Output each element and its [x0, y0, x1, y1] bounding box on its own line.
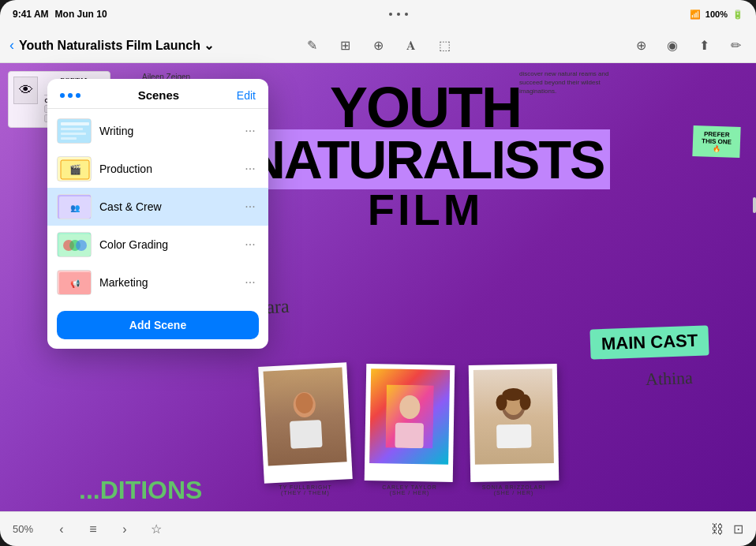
eye-icon: 👁	[13, 77, 38, 104]
collaboration-icon[interactable]: ⊕	[630, 35, 652, 57]
polaroid-3	[469, 364, 560, 482]
media-icon[interactable]: ⬚	[433, 35, 455, 57]
toolbar-left: ‹ Youth Naturalists Film Launch ⌄	[9, 37, 294, 54]
scene-thumb-writing	[57, 118, 92, 144]
top-toolbar: ‹ Youth Naturalists Film Launch ⌄ ✎ ⊞ ⊕ …	[0, 28, 756, 63]
bottom-right-icons: ⛓ ⊡	[711, 522, 743, 537]
title-naturalists-wrapper: ✿ NATURALISTS	[241, 136, 611, 184]
svg-text:📢: 📢	[70, 279, 80, 289]
scene-more-cast[interactable]: ···	[241, 198, 259, 215]
scenes-dots-icon[interactable]	[60, 93, 80, 98]
back-button[interactable]: ‹	[9, 37, 14, 54]
zoom-level[interactable]: 50%	[13, 523, 41, 535]
scene-item-marketing[interactable]: 📢 Marketing ···	[47, 264, 268, 301]
scene-label-color: Color Grading	[99, 238, 234, 251]
scene-item-writing[interactable]: Writing ···	[47, 112, 268, 150]
person-icon[interactable]: ◉	[661, 35, 683, 57]
status-right: 📶 100% 🔋	[690, 9, 743, 20]
cast-member-1: TY FULLBRIGHT (THEY / THEM)	[261, 365, 350, 496]
scene-thumb-cast: 👥	[57, 194, 92, 219]
svg-point-27	[76, 240, 87, 251]
cast-name-1: TY FULLBRIGHT (THEY / THEM)	[279, 484, 331, 496]
cast-member-2: CARLEY TAYLOR (SHE / HER)	[365, 365, 454, 496]
slide-edge-indicator	[753, 197, 756, 213]
svg-rect-5	[395, 423, 424, 449]
grid-view-icon[interactable]: ⊡	[733, 522, 743, 537]
main-area: Aileen Zeigen discover new natural reams…	[0, 63, 756, 511]
battery-icon: 🔋	[732, 9, 743, 20]
person2-photo	[369, 368, 450, 465]
scenes-header: Scenes Edit	[47, 79, 268, 109]
layout-icon[interactable]: ⊞	[334, 35, 356, 57]
svg-rect-14	[61, 128, 83, 130]
scene-label-production: Production	[99, 163, 234, 175]
scene-label-marketing: Marketing	[99, 276, 234, 289]
scene-label-writing: Writing	[99, 125, 234, 137]
prev-slide-button[interactable]: ‹	[51, 518, 73, 540]
battery-level: 100%	[705, 9, 728, 19]
share-icon[interactable]: ⬆	[693, 35, 715, 57]
ipad-frame: 9:41 AM Mon Jun 10 📶 100% 🔋 ‹ Youth Natu…	[0, 0, 756, 546]
edit-icon[interactable]: ✏	[724, 35, 747, 57]
scene-more-writing[interactable]: ···	[241, 122, 259, 140]
dropdown-icon[interactable]: ⌄	[204, 38, 214, 53]
wifi-icon: 📶	[690, 9, 701, 20]
polaroid-1	[258, 362, 353, 484]
status-bar: 9:41 AM Mon Jun 10 📶 100% 🔋	[0, 0, 756, 28]
svg-text:👥: 👥	[70, 203, 80, 213]
slide-list-button[interactable]: ≡	[82, 518, 104, 540]
person1-photo	[264, 367, 347, 466]
status-left: 9:41 AM Mon Jun 10	[13, 9, 107, 20]
postit-note: PREFER THIS ONE 🔥	[692, 125, 740, 158]
status-day: Mon Jun 10	[55, 9, 107, 20]
next-slide-button[interactable]: ›	[114, 518, 136, 540]
scene-more-production[interactable]: ···	[241, 160, 259, 178]
add-scene-button[interactable]: Add Scene	[57, 311, 259, 339]
scene-item-production[interactable]: 🎬 Production ···	[47, 150, 268, 188]
status-time: 9:41 AM	[13, 9, 49, 20]
scene-more-color[interactable]: ···	[241, 236, 259, 253]
scene-more-marketing[interactable]: ···	[241, 274, 259, 291]
cast-member-3: SONIA BRIZZOLARI (SHE / HER)	[470, 365, 558, 496]
scenes-title: Scenes	[138, 88, 180, 102]
scenes-list: Writing ··· 🎬 Production ···	[47, 109, 268, 305]
svg-rect-1	[290, 420, 323, 449]
status-center	[389, 13, 408, 16]
star-button[interactable]: ☆	[145, 518, 167, 540]
scene-thumb-color	[57, 232, 92, 257]
document-title[interactable]: Youth Naturalists Film Launch ⌄	[19, 38, 214, 53]
link-icon[interactable]: ⊕	[367, 35, 389, 57]
scenes-panel: Scenes Edit Writing	[47, 79, 268, 349]
polaroid-2	[365, 364, 455, 482]
person3-photo	[473, 368, 554, 465]
pencil-icon[interactable]: ✎	[301, 35, 323, 57]
textbox-icon[interactable]: 𝐀	[400, 35, 422, 57]
bottom-text: ...DITIONS	[79, 476, 202, 505]
scene-label-cast: Cast & Crew	[99, 200, 234, 213]
svg-rect-15	[61, 133, 86, 135]
scene-item-cast-crew[interactable]: 👥 Cast & Crew ···	[47, 188, 268, 226]
svg-rect-16	[61, 137, 77, 140]
bottom-toolbar: 50% ‹ ≡ › ☆ ⛓ ⊡	[0, 511, 756, 546]
svg-rect-13	[61, 122, 89, 125]
link-chain-icon[interactable]: ⛓	[711, 522, 724, 537]
svg-text:🎬: 🎬	[69, 163, 81, 175]
scenes-edit-button[interactable]: Edit	[237, 89, 256, 102]
title-naturalists: NATURALISTS	[241, 136, 611, 184]
toolbar-center: ✎ ⊞ ⊕ 𝐀 ⬚	[301, 35, 455, 57]
svg-rect-8	[496, 424, 532, 449]
cast-name-2: CARLEY TAYLOR (SHE / HER)	[382, 484, 437, 496]
scene-thumb-production: 🎬	[57, 156, 92, 181]
main-cast-label: MAIN CAST	[589, 325, 709, 359]
toolbar-right: ⊕ ◉ ⬆ ✏	[462, 35, 747, 57]
cast-name-3: SONIA BRIZZOLARI (SHE / HER)	[482, 484, 546, 496]
scene-item-color-grading[interactable]: Color Grading ···	[47, 226, 268, 264]
scene-thumb-marketing: 📢	[57, 270, 92, 295]
